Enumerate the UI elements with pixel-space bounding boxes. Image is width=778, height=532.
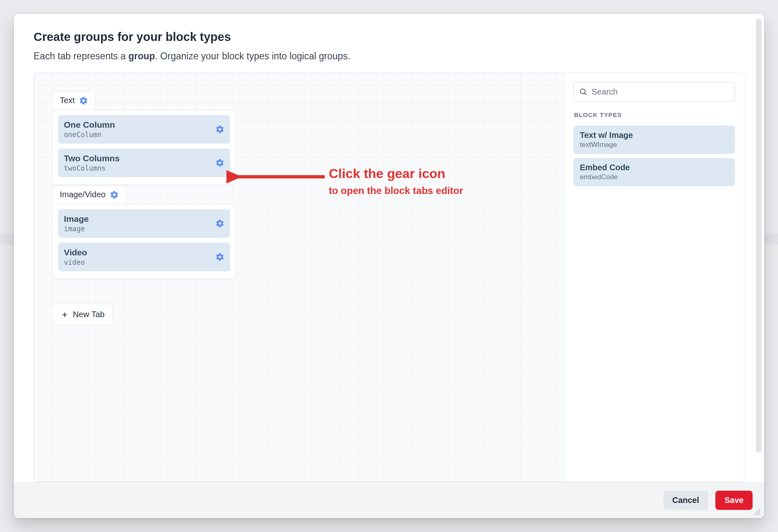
resize-grip-icon[interactable] [753, 507, 762, 516]
block-type-text-w-image[interactable]: Text w/ Image textWImage [573, 126, 735, 154]
new-tab-label: New Tab [73, 310, 104, 319]
modal-body: Text One Column oneColumn [34, 72, 744, 482]
tab-label: Text [60, 96, 75, 105]
search-field-wrap [573, 82, 735, 101]
block-item-one-column[interactable]: One Column oneColumn [58, 115, 230, 144]
block-item-image[interactable]: Image image [58, 209, 230, 238]
block-type-title: Text w/ Image [580, 131, 728, 140]
annotation-line1: Click the gear icon [329, 166, 446, 181]
modal-description: Each tab represents a group. Organize yo… [34, 50, 744, 63]
new-tab-button[interactable]: ＋ New Tab [52, 304, 113, 325]
block-item-two-columns[interactable]: Two Columns twoColumns [58, 149, 230, 177]
block-item-handle: twoColumns [64, 164, 120, 172]
block-item-title: Video [64, 248, 87, 257]
arrow-icon [226, 169, 329, 185]
tab-handle-image-video[interactable]: Image/Video [52, 185, 127, 203]
search-input[interactable] [573, 82, 735, 101]
block-item-title: Image [64, 214, 89, 224]
modal-description-pre: Each tab represents a [34, 51, 128, 61]
cancel-button[interactable]: Cancel [663, 491, 708, 510]
block-types-panel: BLOCK TYPES Text w/ Image textWImage Emb… [564, 73, 744, 482]
block-item-handle: image [64, 225, 89, 233]
tabs-canvas[interactable]: Text One Column oneColumn [34, 73, 564, 482]
modal-description-bold: group [128, 51, 155, 61]
tab-group-image-video[interactable]: Image/Video Image image [52, 204, 236, 279]
gear-icon[interactable] [215, 158, 224, 167]
save-button[interactable]: Save [715, 491, 753, 510]
search-icon [579, 88, 587, 96]
tab-group-text[interactable]: Text One Column oneColumn [52, 110, 236, 185]
groups-editor-modal: Create groups for your block types Each … [14, 14, 764, 518]
modal-scrollbar[interactable] [756, 19, 762, 453]
block-type-embed-code[interactable]: Embed Code embedCode [573, 158, 735, 186]
block-type-title: Embed Code [580, 163, 728, 172]
block-type-handle: embedCode [580, 173, 728, 181]
block-item-video[interactable]: Video video [58, 243, 230, 271]
modal-title: Create groups for your block types [34, 30, 744, 44]
plus-icon: ＋ [61, 309, 69, 320]
gear-icon[interactable] [215, 252, 224, 261]
block-type-handle: textWImage [580, 141, 728, 149]
annotation-overlay: Click the gear icon to open the block ta… [226, 166, 529, 223]
gear-icon[interactable] [215, 219, 224, 228]
gear-icon[interactable] [215, 125, 224, 134]
annotation-line2: to open the block tabs editor [329, 185, 463, 196]
modal-footer: Cancel Save [14, 482, 764, 518]
block-item-title: One Column [64, 120, 115, 130]
gear-icon[interactable] [110, 190, 119, 199]
modal-description-post: . Organize your block types into logical… [155, 51, 351, 61]
modal-header: Create groups for your block types Each … [14, 14, 764, 72]
block-types-heading: BLOCK TYPES [574, 111, 734, 118]
block-item-handle: video [64, 258, 87, 266]
tab-handle-text[interactable]: Text [52, 91, 96, 109]
svg-line-2 [585, 93, 586, 95]
block-item-title: Two Columns [64, 153, 120, 163]
tab-label: Image/Video [60, 190, 106, 199]
block-item-handle: oneColumn [64, 131, 115, 139]
gear-icon[interactable] [79, 96, 88, 105]
